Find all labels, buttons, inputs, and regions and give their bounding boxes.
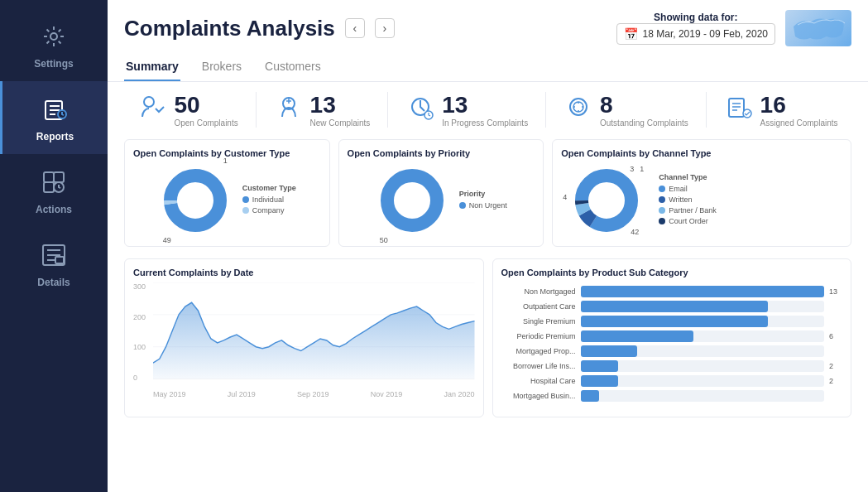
legend-email: Email [659,185,717,193]
bar-track-6 [581,375,825,387]
chart-priority: Open Complaints by Priority 50 Priority … [338,139,544,247]
x-may: May 2019 [153,390,186,398]
bar-label-7: Mortgaged Busin... [501,392,576,400]
reports-icon [39,93,72,126]
header-right: Showing data for: 📅 18 Mar, 2019 - 09 Fe… [616,10,851,46]
bar-fill-4 [581,345,637,357]
kpi-divider-2 [387,92,388,128]
outstanding-complaints-icon [563,92,593,128]
actions-icon [37,166,70,199]
date-range[interactable]: 📅 18 Mar, 2019 - 09 Feb, 2020 [616,23,775,45]
bar-fill-0 [581,286,825,297]
svg-point-16 [743,109,751,118]
priority-donut: 50 [375,163,449,238]
main-content: Complaints Analysis ‹ › Showing data for… [108,0,868,492]
svg-point-9 [144,97,154,107]
bar-fill-5 [581,360,618,372]
chart-by-product: Open Complaints by Product Sub Category … [492,258,852,417]
legend-individual-label: Individual [252,195,284,204]
channel-donut-area: 3 1 4 [561,163,842,238]
kpi-new-complaints: 13 New Complaints [264,92,381,128]
tab-summary[interactable]: Summary [124,53,180,81]
svg-point-20 [387,176,437,225]
bar-fill-3 [581,330,693,342]
bar-track-5 [581,360,825,372]
settings-icon [37,20,70,53]
bar-label-5: Borrower Life Ins... [501,362,576,370]
kpi-divider-3 [545,92,546,128]
kpi-assigned-text: 16 Assigned Complaints [760,92,838,128]
bar-value-0: 13 [829,287,842,296]
nav-prev-button[interactable]: ‹ [345,18,365,38]
y-100: 100 [133,343,153,351]
svg-rect-4 [54,172,64,182]
bar-label-3: Periodic Premium [501,332,576,340]
sidebar-item-details[interactable]: Details [0,227,108,300]
x-jul: Jul 2019 [228,390,256,398]
nav-next-button[interactable]: › [375,18,395,38]
bar-chart-area: Non Mortgaged 13 Outpatient Care Single … [501,282,843,408]
legend-company-label: Company [252,206,285,215]
assigned-complaints-icon [724,92,754,128]
bar-label-6: Hospital Care [501,377,576,385]
bar-track-3 [581,330,825,342]
sidebar-item-settings[interactable]: Settings [0,8,108,81]
kpi-row: 50 Open Complaints 13 New Complaints [124,92,851,128]
kpi-new-number: 13 [310,92,371,118]
priority-legend: Priority Non Urgent [459,190,507,212]
bar-row-4: Mortgaged Prop... [501,345,843,357]
bar-value-5: 2 [829,362,842,370]
channel-label-42: 42 [631,228,639,236]
kpi-inprogress-text: 13 In Progress Complaints [442,92,528,128]
bar-row-0: Non Mortgaged 13 [501,286,843,297]
bar-track-0 [581,286,825,297]
bar-row-2: Single Premium [501,316,843,327]
kpi-outstanding-complaints: 8 Outstanding Complaints [554,92,698,128]
bar-track-2 [581,316,825,327]
kpi-open-number: 50 [174,92,237,118]
bar-fill-2 [581,316,768,327]
bar-row-7: Mortgaged Busin... [501,390,843,402]
bar-row-1: Outpatient Care [501,301,843,312]
page-header: Complaints Analysis ‹ › Showing data for… [108,0,868,82]
priority-donut-area: 50 Priority Non Urgent [348,163,535,238]
bar-row-5: Borrower Life Ins... 2 [501,360,843,372]
legend-company: Company [242,206,296,215]
svg-rect-8 [55,257,64,263]
sidebar-item-reports[interactable]: Reports [0,81,108,154]
chart-product-title: Open Complaints by Product Sub Category [501,268,843,277]
bar-value-6: 2 [829,377,842,385]
kpi-assigned-number: 16 [760,92,838,118]
customer-label-bottom: 49 [163,236,171,244]
sidebar-item-actions[interactable]: Actions [0,154,108,227]
kpi-open-text: 50 Open Complaints [174,92,237,128]
kpi-inprogress-number: 13 [442,92,528,118]
date-range-value: 18 Mar, 2019 - 09 Feb, 2020 [643,28,768,40]
chart-by-date: Current Complaints by Date 300 200 100 0 [124,258,484,417]
bar-value-3: 6 [829,332,842,340]
x-axis: May 2019 Jul 2019 Sep 2019 Nov 2019 Jan … [153,390,475,398]
bar-label-0: Non Mortgaged [501,287,576,296]
legend-written-label: Written [669,195,692,204]
x-jan: Jan 2020 [444,390,474,398]
kpi-assigned-label: Assigned Complaints [760,118,838,128]
legend-court-order-label: Court Order [669,217,708,225]
y-300: 300 [133,282,153,291]
tab-brokers[interactable]: Brokers [200,53,243,81]
bar-fill-6 [581,375,618,387]
bar-row-6: Hospital Care 2 [501,375,843,387]
chart-channel-title: Open Complaints by Channel Type [561,148,842,158]
customer-donut-area: 1 49 Customer Type Individ [133,163,321,238]
sidebar-label-actions: Actions [36,204,72,215]
legend-partner-bank: Partner / Bank [659,206,717,215]
calendar-icon: 📅 [624,27,638,41]
chart-date-title: Current Complaints by Date [133,268,475,277]
kpi-inprogress-label: In Progress Complaints [442,118,528,128]
tab-bar: Summary Brokers Customers [124,53,851,81]
charts-row-1: Open Complaints by Customer Type 1 49 [124,139,851,247]
tab-customers[interactable]: Customers [263,53,323,81]
svg-point-0 [50,33,57,40]
channel-label-4: 4 [563,193,567,201]
legend-individual: Individual [242,195,296,204]
new-complaints-icon [274,92,304,128]
